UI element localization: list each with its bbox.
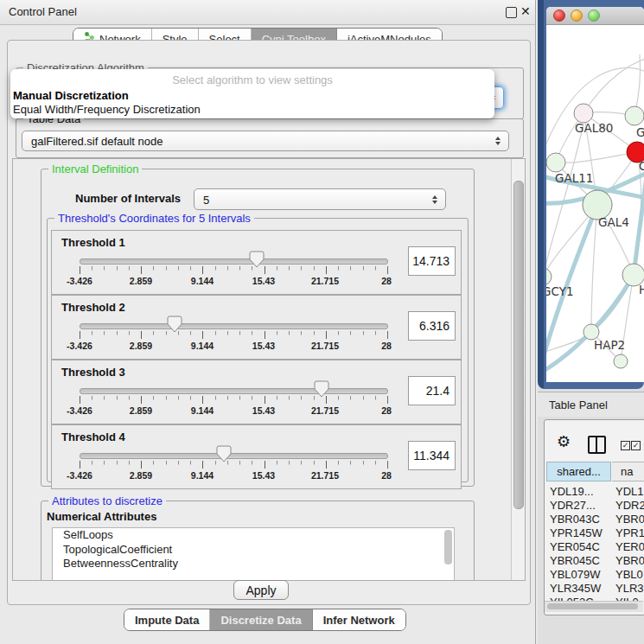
- combo-arrows-icon: [432, 195, 437, 204]
- tick-label: 2.859: [130, 341, 152, 351]
- table-data-combo[interactable]: galFiltered.sif default node: [22, 131, 509, 151]
- table-data-group: Table Data galFiltered.sif default node: [16, 118, 524, 158]
- node-partial-bottom[interactable]: [614, 354, 628, 368]
- panel-divider: [535, 0, 536, 644]
- checkbox-icon[interactable]: ✓: [631, 441, 641, 450]
- tick-label: 15.43: [252, 405, 275, 416]
- threshold-3-slider-thumb[interactable]: [314, 380, 329, 398]
- slider-ticks: [80, 266, 388, 274]
- option-equal-width-frequency[interactable]: Equal Width/Frequency Discretization: [13, 103, 201, 116]
- cell: YBR0: [615, 513, 644, 526]
- table-panel: ⚙ ✓ ✓ shared... na YDL19...YDL1 YDR27...…: [544, 419, 644, 615]
- tick-label: 28: [381, 405, 392, 416]
- tick-label: 15.43: [252, 341, 275, 351]
- attributes-group: Attributes to discretize Numerical Attri…: [41, 501, 475, 581]
- threshold-1-row: Threshold 1 -3.426 2.859 9.144 15.43 21.…: [51, 230, 462, 295]
- scrollbar-thumb[interactable]: [547, 603, 638, 609]
- cell: YDR27...: [550, 499, 596, 512]
- table-row[interactable]: YDR27...YDR2: [546, 499, 644, 513]
- checkbox-icon[interactable]: ✓: [621, 441, 630, 450]
- right-column: GAL80 GA C GAL11 GAL4 GCY1 H HAP2 Table …: [538, 0, 644, 644]
- table-row[interactable]: YER054CYER0: [546, 540, 644, 554]
- column-header-shared[interactable]: shared...: [546, 462, 611, 481]
- cell: YPR1: [615, 526, 644, 539]
- threshold-2-row: Threshold 2 -3.426 2.859 9.144 15.43 21.…: [51, 295, 462, 360]
- node-label-partial-g: GA: [636, 125, 644, 139]
- tab-infer-network[interactable]: Infer Network: [313, 609, 405, 630]
- table-row[interactable]: YBL079WYBL0: [546, 568, 644, 582]
- cell: YBR045C: [550, 554, 600, 567]
- tab-impute-data[interactable]: Impute Data: [124, 609, 210, 630]
- close-traffic-light-icon[interactable]: [553, 10, 565, 22]
- network-view[interactable]: GAL80 GA C GAL11 GAL4 GCY1 H HAP2: [546, 24, 644, 382]
- tick-label: 21.715: [311, 470, 339, 481]
- network-window: GAL80 GA C GAL11 GAL4 GCY1 H HAP2: [546, 7, 644, 382]
- table-row[interactable]: YBR045CYBR0: [546, 554, 644, 568]
- list-item-topologicalcoefficient[interactable]: TopologicalCoefficient: [53, 543, 454, 558]
- table-row[interactable]: YBR043CYBR0: [546, 513, 644, 526]
- combo-arrows-icon: [495, 137, 501, 145]
- table-row[interactable]: YDL19...YDL1: [546, 485, 644, 499]
- list-item-selfloops[interactable]: SelfLoops: [53, 528, 454, 543]
- tick-label: 21.715: [311, 276, 339, 286]
- split-columns-icon[interactable]: [588, 436, 606, 454]
- tick-label: 15.43: [252, 470, 275, 481]
- network-window-frame: GAL80 GA C GAL11 GAL4 GCY1 H HAP2: [538, 0, 644, 389]
- settings-scroll-area: Interval Definition Number of Intervals …: [12, 158, 526, 581]
- float-window-icon[interactable]: [506, 7, 517, 18]
- tick-label: 9.144: [191, 341, 214, 351]
- attributes-list-scrollbar[interactable]: [444, 530, 452, 564]
- algorithm-hint: Select algorithm to view settings: [10, 73, 494, 86]
- threshold-1-value-field[interactable]: [408, 246, 456, 276]
- node-gal80[interactable]: [574, 104, 593, 123]
- threshold-3-label: Threshold 3: [61, 366, 125, 379]
- column-header-name[interactable]: na: [612, 462, 644, 481]
- table-panel-title: Table Panel: [549, 399, 608, 411]
- gear-icon[interactable]: ⚙: [557, 434, 571, 450]
- threshold-1-slider-track[interactable]: [80, 258, 388, 265]
- threshold-2-slider-track[interactable]: [80, 323, 388, 329]
- threshold-3-slider-track[interactable]: [80, 388, 388, 394]
- tick-label: 2.859: [130, 470, 152, 481]
- threshold-2-slider-thumb[interactable]: [167, 316, 182, 333]
- tab-discretize-data[interactable]: Discretize Data: [210, 609, 312, 630]
- tick-label: 9.144: [191, 276, 214, 286]
- slider-ticks: [80, 331, 388, 339]
- node-partial-top-right[interactable]: [625, 106, 644, 125]
- numerical-attributes-header: Numerical Attributes: [47, 510, 156, 523]
- threshold-3-row: Threshold 3 -3.426 2.859 9.144 15.43 21.…: [51, 360, 462, 424]
- threshold-4-value-field[interactable]: [408, 441, 456, 470]
- threshold-4-slider-track[interactable]: [80, 453, 388, 459]
- node-gcy1[interactable]: [546, 268, 552, 285]
- table-row[interactable]: YPR145WYPR1: [546, 526, 644, 540]
- node-gal11[interactable]: [546, 153, 565, 172]
- threshold-2-value-field[interactable]: [408, 311, 456, 341]
- app-root: Control Panel ✕ Network Style Select Cyn…: [0, 0, 644, 644]
- zoom-traffic-light-icon[interactable]: [588, 10, 600, 22]
- minimize-traffic-light-icon[interactable]: [571, 10, 583, 22]
- table-panel-titlebar: Table Panel: [538, 392, 644, 417]
- list-item-betweennesscentrality[interactable]: BetweennessCentrality: [53, 557, 454, 571]
- apply-button[interactable]: Apply: [233, 580, 289, 600]
- cell: YBR043C: [550, 513, 600, 526]
- table-row[interactable]: YLR345WYLR3: [546, 582, 644, 596]
- tick-label: 15.43: [252, 276, 275, 286]
- number-of-intervals-combo[interactable]: 5: [194, 188, 446, 210]
- threshold-3-value-field[interactable]: [408, 376, 456, 405]
- close-icon[interactable]: ✕: [520, 4, 531, 18]
- tick-label: 9.144: [191, 405, 214, 416]
- node-label-partial-c: C: [639, 159, 644, 173]
- threshold-4-slider-thumb[interactable]: [216, 445, 232, 462]
- tick-label: -3.426: [67, 470, 92, 481]
- threshold-coordinates-title: Threshold's Coordinates for 5 Intervals: [54, 212, 254, 225]
- node-label-partial-h: H: [639, 283, 644, 296]
- threshold-1-label: Threshold 1: [61, 236, 125, 249]
- threshold-1-slider-thumb[interactable]: [249, 251, 265, 268]
- option-manual-discretization[interactable]: Manual Discretization: [13, 89, 129, 102]
- slider-ticks: [80, 461, 388, 469]
- cell: YBR0: [615, 554, 644, 567]
- cell: YBL0: [615, 568, 643, 581]
- scrollbar-thumb[interactable]: [513, 181, 524, 509]
- tab-discretize-data-label: Discretize Data: [220, 614, 301, 627]
- tick-label: 9.144: [191, 470, 214, 481]
